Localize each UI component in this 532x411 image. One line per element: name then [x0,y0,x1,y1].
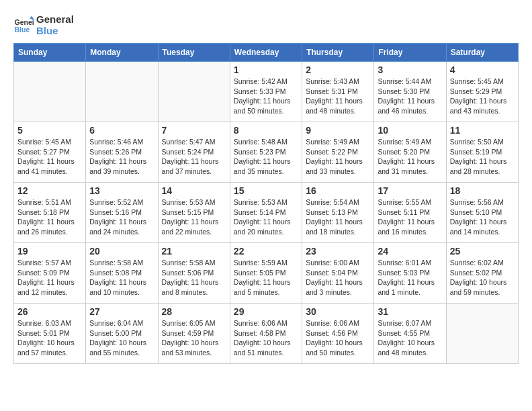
day-info: Sunrise: 5:49 AM Sunset: 5:22 PM Dayligh… [306,137,370,177]
day-info: Sunrise: 5:54 AM Sunset: 5:13 PM Dayligh… [306,197,370,237]
day-info: Sunrise: 6:06 AM Sunset: 4:56 PM Dayligh… [306,318,370,358]
day-number: 17 [378,185,442,196]
calendar-week-3: 19Sunrise: 5:57 AM Sunset: 5:09 PM Dayli… [14,243,519,304]
calendar-cell: 21Sunrise: 5:58 AM Sunset: 5:06 PM Dayli… [158,243,230,304]
day-info: Sunrise: 5:45 AM Sunset: 5:29 PM Dayligh… [450,77,515,116]
day-info: Sunrise: 5:43 AM Sunset: 5:31 PM Dayligh… [306,77,370,116]
day-info: Sunrise: 5:55 AM Sunset: 5:11 PM Dayligh… [378,197,442,237]
day-info: Sunrise: 5:57 AM Sunset: 5:09 PM Dayligh… [17,258,82,298]
day-info: Sunrise: 6:01 AM Sunset: 5:03 PM Dayligh… [378,258,442,298]
page-header: General Blue General Blue [13,13,519,36]
calendar-cell [14,62,86,122]
calendar-cell: 20Sunrise: 5:58 AM Sunset: 5:08 PM Dayli… [86,243,158,304]
day-number: 29 [234,306,298,317]
day-info: Sunrise: 5:42 AM Sunset: 5:33 PM Dayligh… [234,77,298,116]
day-number: 28 [162,306,226,317]
day-number: 27 [89,306,154,317]
day-info: Sunrise: 5:46 AM Sunset: 5:26 PM Dayligh… [89,137,154,177]
calendar-cell: 27Sunrise: 6:04 AM Sunset: 5:00 PM Dayli… [86,304,158,364]
weekday-header-wednesday: Wednesday [230,44,302,62]
day-info: Sunrise: 6:04 AM Sunset: 5:00 PM Dayligh… [89,318,154,358]
day-info: Sunrise: 6:02 AM Sunset: 5:02 PM Dayligh… [450,258,515,298]
day-number: 8 [234,125,298,136]
svg-marker-2 [30,16,34,19]
calendar-cell: 24Sunrise: 6:01 AM Sunset: 5:03 PM Dayli… [374,243,446,304]
day-number: 31 [378,306,442,317]
day-number: 7 [162,125,226,136]
day-info: Sunrise: 6:06 AM Sunset: 4:58 PM Dayligh… [234,318,298,358]
day-info: Sunrise: 5:56 AM Sunset: 5:10 PM Dayligh… [450,197,515,237]
day-info: Sunrise: 5:53 AM Sunset: 5:14 PM Dayligh… [234,197,298,237]
calendar-cell: 5Sunrise: 5:45 AM Sunset: 5:27 PM Daylig… [14,122,86,183]
calendar-cell: 7Sunrise: 5:47 AM Sunset: 5:24 PM Daylig… [158,122,230,183]
day-info: Sunrise: 5:50 AM Sunset: 5:19 PM Dayligh… [450,137,515,177]
calendar-cell: 31Sunrise: 6:07 AM Sunset: 4:55 PM Dayli… [374,304,446,364]
calendar-cell: 9Sunrise: 5:49 AM Sunset: 5:22 PM Daylig… [302,122,374,183]
logo: General Blue General Blue [13,13,74,36]
day-number: 1 [234,64,298,75]
calendar-cell: 25Sunrise: 6:02 AM Sunset: 5:02 PM Dayli… [446,243,518,304]
day-info: Sunrise: 6:00 AM Sunset: 5:04 PM Dayligh… [306,258,370,298]
day-info: Sunrise: 5:49 AM Sunset: 5:20 PM Dayligh… [378,137,442,177]
day-number: 2 [306,64,370,75]
calendar-cell: 2Sunrise: 5:43 AM Sunset: 5:31 PM Daylig… [302,62,374,122]
calendar-cell: 29Sunrise: 6:06 AM Sunset: 4:58 PM Dayli… [230,304,302,364]
calendar-cell: 11Sunrise: 5:50 AM Sunset: 5:19 PM Dayli… [446,122,518,183]
day-info: Sunrise: 5:58 AM Sunset: 5:08 PM Dayligh… [89,258,154,298]
day-info: Sunrise: 5:44 AM Sunset: 5:30 PM Dayligh… [378,77,442,116]
day-number: 16 [306,185,370,196]
calendar-week-1: 5Sunrise: 5:45 AM Sunset: 5:27 PM Daylig… [14,122,519,183]
calendar-cell [446,304,518,364]
day-number: 22 [234,246,298,257]
day-number: 24 [378,246,442,257]
weekday-header-monday: Monday [86,44,158,62]
day-number: 25 [450,246,515,257]
day-number: 30 [306,306,370,317]
day-info: Sunrise: 5:48 AM Sunset: 5:23 PM Dayligh… [234,137,298,177]
day-info: Sunrise: 5:53 AM Sunset: 5:15 PM Dayligh… [162,197,226,237]
calendar-cell: 26Sunrise: 6:03 AM Sunset: 5:01 PM Dayli… [14,304,86,364]
weekday-header-row: SundayMondayTuesdayWednesdayThursdayFrid… [14,44,519,62]
calendar-cell: 15Sunrise: 5:53 AM Sunset: 5:14 PM Dayli… [230,183,302,243]
calendar-cell: 19Sunrise: 5:57 AM Sunset: 5:09 PM Dayli… [14,243,86,304]
day-number: 3 [378,64,442,75]
day-info: Sunrise: 5:51 AM Sunset: 5:18 PM Dayligh… [17,197,82,237]
calendar-week-2: 12Sunrise: 5:51 AM Sunset: 5:18 PM Dayli… [14,183,519,243]
weekday-header-friday: Friday [374,44,446,62]
day-number: 13 [89,185,154,196]
day-number: 6 [89,125,154,136]
svg-text:Blue: Blue [15,26,30,34]
calendar-table: SundayMondayTuesdayWednesdayThursdayFrid… [13,43,519,364]
day-info: Sunrise: 5:45 AM Sunset: 5:27 PM Dayligh… [17,137,82,177]
day-number: 9 [306,125,370,136]
day-number: 18 [450,185,515,196]
day-number: 11 [450,125,515,136]
day-info: Sunrise: 6:07 AM Sunset: 4:55 PM Dayligh… [378,318,442,358]
calendar-cell: 30Sunrise: 6:06 AM Sunset: 4:56 PM Dayli… [302,304,374,364]
day-number: 19 [17,246,82,257]
calendar-cell: 10Sunrise: 5:49 AM Sunset: 5:20 PM Dayli… [374,122,446,183]
day-number: 20 [89,246,154,257]
calendar-cell [158,62,230,122]
day-number: 4 [450,64,515,75]
calendar-cell: 13Sunrise: 5:52 AM Sunset: 5:16 PM Dayli… [86,183,158,243]
calendar-cell: 3Sunrise: 5:44 AM Sunset: 5:30 PM Daylig… [374,62,446,122]
logo-blue: Blue [36,25,74,36]
weekday-header-thursday: Thursday [302,44,374,62]
day-number: 26 [17,306,82,317]
day-number: 15 [234,185,298,196]
day-number: 12 [17,185,82,196]
calendar-cell: 4Sunrise: 5:45 AM Sunset: 5:29 PM Daylig… [446,62,518,122]
calendar-cell: 14Sunrise: 5:53 AM Sunset: 5:15 PM Dayli… [158,183,230,243]
weekday-header-sunday: Sunday [14,44,86,62]
calendar-cell: 12Sunrise: 5:51 AM Sunset: 5:18 PM Dayli… [14,183,86,243]
calendar-cell: 23Sunrise: 6:00 AM Sunset: 5:04 PM Dayli… [302,243,374,304]
day-number: 10 [378,125,442,136]
calendar-cell: 28Sunrise: 6:05 AM Sunset: 4:59 PM Dayli… [158,304,230,364]
weekday-header-tuesday: Tuesday [158,44,230,62]
logo-icon: General Blue [13,15,34,35]
calendar-week-0: 1Sunrise: 5:42 AM Sunset: 5:33 PM Daylig… [14,62,519,122]
day-number: 5 [17,125,82,136]
day-number: 14 [162,185,226,196]
day-info: Sunrise: 6:05 AM Sunset: 4:59 PM Dayligh… [162,318,226,358]
